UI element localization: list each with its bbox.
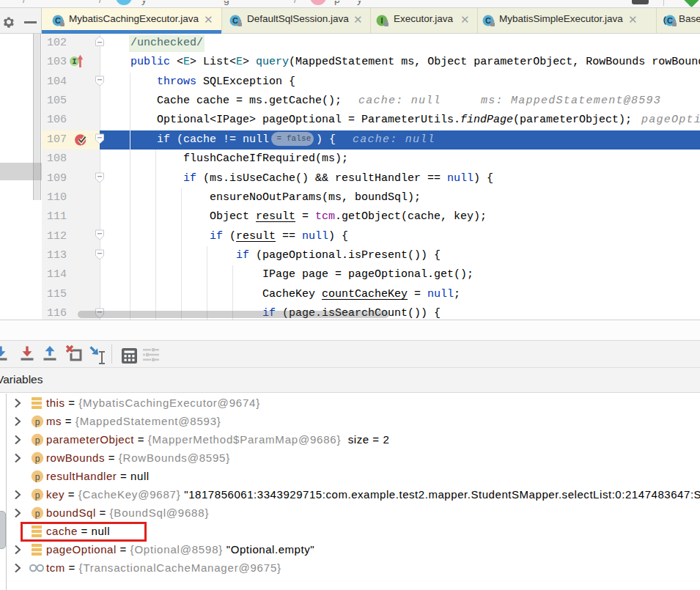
svg-text:p: p bbox=[35, 472, 40, 482]
svg-text:C: C bbox=[485, 16, 491, 25]
svg-text:C: C bbox=[667, 16, 673, 25]
svg-text:p: p bbox=[35, 509, 40, 519]
svg-text:C: C bbox=[55, 16, 61, 25]
svg-text:p: p bbox=[35, 454, 40, 464]
svg-text:C: C bbox=[232, 16, 238, 25]
svg-text:p: p bbox=[35, 435, 40, 446]
svg-text:I: I bbox=[380, 16, 383, 25]
svg-text:p: p bbox=[35, 490, 40, 501]
svg-text:I: I bbox=[72, 58, 76, 66]
svg-text:p: p bbox=[35, 417, 40, 427]
